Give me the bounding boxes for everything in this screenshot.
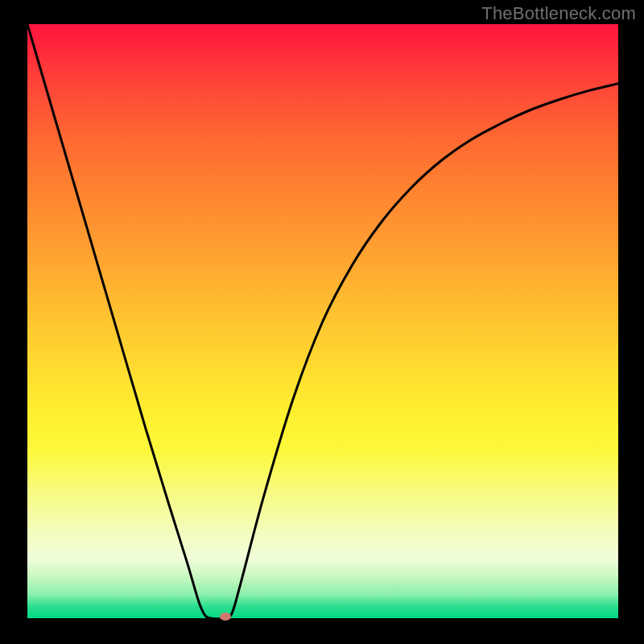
bottleneck-curve	[27, 24, 618, 618]
plot-area	[27, 24, 618, 618]
chart-frame: TheBottleneck.com	[0, 0, 644, 644]
optimal-marker	[220, 613, 231, 621]
watermark-text: TheBottleneck.com	[481, 3, 636, 24]
